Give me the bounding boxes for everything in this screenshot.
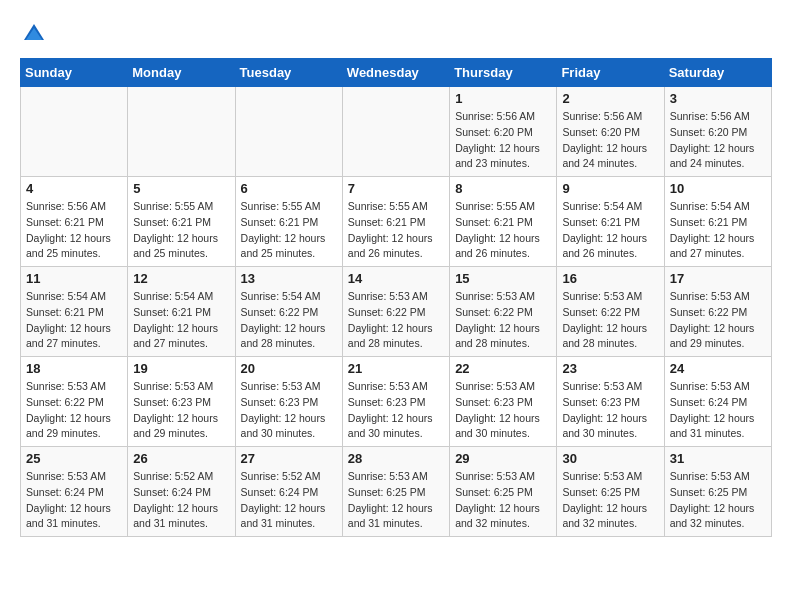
day-info: Sunrise: 5:53 AM Sunset: 6:23 PM Dayligh… <box>562 379 658 442</box>
day-info: Sunrise: 5:53 AM Sunset: 6:23 PM Dayligh… <box>241 379 337 442</box>
day-info: Sunrise: 5:55 AM Sunset: 6:21 PM Dayligh… <box>455 199 551 262</box>
header-wednesday: Wednesday <box>342 59 449 87</box>
day-number: 26 <box>133 451 229 466</box>
day-number: 30 <box>562 451 658 466</box>
calendar-cell <box>128 87 235 177</box>
day-number: 19 <box>133 361 229 376</box>
day-number: 27 <box>241 451 337 466</box>
calendar-cell: 20Sunrise: 5:53 AM Sunset: 6:23 PM Dayli… <box>235 357 342 447</box>
day-info: Sunrise: 5:53 AM Sunset: 6:25 PM Dayligh… <box>562 469 658 532</box>
calendar-cell: 13Sunrise: 5:54 AM Sunset: 6:22 PM Dayli… <box>235 267 342 357</box>
header-friday: Friday <box>557 59 664 87</box>
day-info: Sunrise: 5:54 AM Sunset: 6:22 PM Dayligh… <box>241 289 337 352</box>
day-info: Sunrise: 5:53 AM Sunset: 6:25 PM Dayligh… <box>348 469 444 532</box>
day-info: Sunrise: 5:56 AM Sunset: 6:21 PM Dayligh… <box>26 199 122 262</box>
day-number: 23 <box>562 361 658 376</box>
calendar-cell: 6Sunrise: 5:55 AM Sunset: 6:21 PM Daylig… <box>235 177 342 267</box>
day-info: Sunrise: 5:53 AM Sunset: 6:23 PM Dayligh… <box>348 379 444 442</box>
calendar-cell: 2Sunrise: 5:56 AM Sunset: 6:20 PM Daylig… <box>557 87 664 177</box>
calendar-cell: 7Sunrise: 5:55 AM Sunset: 6:21 PM Daylig… <box>342 177 449 267</box>
day-info: Sunrise: 5:55 AM Sunset: 6:21 PM Dayligh… <box>348 199 444 262</box>
week-row-5: 25Sunrise: 5:53 AM Sunset: 6:24 PM Dayli… <box>21 447 772 537</box>
day-info: Sunrise: 5:52 AM Sunset: 6:24 PM Dayligh… <box>241 469 337 532</box>
calendar-cell: 17Sunrise: 5:53 AM Sunset: 6:22 PM Dayli… <box>664 267 771 357</box>
day-info: Sunrise: 5:53 AM Sunset: 6:22 PM Dayligh… <box>670 289 766 352</box>
day-number: 14 <box>348 271 444 286</box>
calendar-cell: 21Sunrise: 5:53 AM Sunset: 6:23 PM Dayli… <box>342 357 449 447</box>
page-header <box>20 20 772 48</box>
calendar-cell: 10Sunrise: 5:54 AM Sunset: 6:21 PM Dayli… <box>664 177 771 267</box>
calendar-cell: 18Sunrise: 5:53 AM Sunset: 6:22 PM Dayli… <box>21 357 128 447</box>
week-row-1: 1Sunrise: 5:56 AM Sunset: 6:20 PM Daylig… <box>21 87 772 177</box>
day-number: 4 <box>26 181 122 196</box>
day-info: Sunrise: 5:55 AM Sunset: 6:21 PM Dayligh… <box>133 199 229 262</box>
calendar-cell: 22Sunrise: 5:53 AM Sunset: 6:23 PM Dayli… <box>450 357 557 447</box>
day-number: 3 <box>670 91 766 106</box>
day-number: 18 <box>26 361 122 376</box>
calendar-cell: 9Sunrise: 5:54 AM Sunset: 6:21 PM Daylig… <box>557 177 664 267</box>
calendar-cell: 8Sunrise: 5:55 AM Sunset: 6:21 PM Daylig… <box>450 177 557 267</box>
header-monday: Monday <box>128 59 235 87</box>
day-info: Sunrise: 5:54 AM Sunset: 6:21 PM Dayligh… <box>670 199 766 262</box>
header-sunday: Sunday <box>21 59 128 87</box>
calendar-cell <box>235 87 342 177</box>
day-info: Sunrise: 5:53 AM Sunset: 6:22 PM Dayligh… <box>26 379 122 442</box>
day-info: Sunrise: 5:53 AM Sunset: 6:22 PM Dayligh… <box>455 289 551 352</box>
day-number: 17 <box>670 271 766 286</box>
week-row-4: 18Sunrise: 5:53 AM Sunset: 6:22 PM Dayli… <box>21 357 772 447</box>
day-info: Sunrise: 5:56 AM Sunset: 6:20 PM Dayligh… <box>562 109 658 172</box>
day-info: Sunrise: 5:53 AM Sunset: 6:23 PM Dayligh… <box>133 379 229 442</box>
calendar-cell: 4Sunrise: 5:56 AM Sunset: 6:21 PM Daylig… <box>21 177 128 267</box>
day-info: Sunrise: 5:54 AM Sunset: 6:21 PM Dayligh… <box>26 289 122 352</box>
day-info: Sunrise: 5:54 AM Sunset: 6:21 PM Dayligh… <box>562 199 658 262</box>
calendar-cell: 5Sunrise: 5:55 AM Sunset: 6:21 PM Daylig… <box>128 177 235 267</box>
week-row-2: 4Sunrise: 5:56 AM Sunset: 6:21 PM Daylig… <box>21 177 772 267</box>
calendar-cell: 27Sunrise: 5:52 AM Sunset: 6:24 PM Dayli… <box>235 447 342 537</box>
calendar-cell: 31Sunrise: 5:53 AM Sunset: 6:25 PM Dayli… <box>664 447 771 537</box>
header-row: SundayMondayTuesdayWednesdayThursdayFrid… <box>21 59 772 87</box>
calendar-cell <box>21 87 128 177</box>
calendar-cell: 3Sunrise: 5:56 AM Sunset: 6:20 PM Daylig… <box>664 87 771 177</box>
day-number: 12 <box>133 271 229 286</box>
calendar-cell: 12Sunrise: 5:54 AM Sunset: 6:21 PM Dayli… <box>128 267 235 357</box>
day-number: 1 <box>455 91 551 106</box>
day-number: 24 <box>670 361 766 376</box>
day-number: 9 <box>562 181 658 196</box>
day-number: 28 <box>348 451 444 466</box>
header-tuesday: Tuesday <box>235 59 342 87</box>
day-number: 7 <box>348 181 444 196</box>
day-info: Sunrise: 5:52 AM Sunset: 6:24 PM Dayligh… <box>133 469 229 532</box>
calendar-cell <box>342 87 449 177</box>
calendar-cell: 30Sunrise: 5:53 AM Sunset: 6:25 PM Dayli… <box>557 447 664 537</box>
calendar-cell: 15Sunrise: 5:53 AM Sunset: 6:22 PM Dayli… <box>450 267 557 357</box>
calendar-cell: 23Sunrise: 5:53 AM Sunset: 6:23 PM Dayli… <box>557 357 664 447</box>
calendar-cell: 26Sunrise: 5:52 AM Sunset: 6:24 PM Dayli… <box>128 447 235 537</box>
day-number: 13 <box>241 271 337 286</box>
calendar-cell: 14Sunrise: 5:53 AM Sunset: 6:22 PM Dayli… <box>342 267 449 357</box>
day-number: 6 <box>241 181 337 196</box>
calendar-cell: 16Sunrise: 5:53 AM Sunset: 6:22 PM Dayli… <box>557 267 664 357</box>
day-info: Sunrise: 5:53 AM Sunset: 6:25 PM Dayligh… <box>670 469 766 532</box>
day-number: 15 <box>455 271 551 286</box>
calendar-table: SundayMondayTuesdayWednesdayThursdayFrid… <box>20 58 772 537</box>
day-info: Sunrise: 5:55 AM Sunset: 6:21 PM Dayligh… <box>241 199 337 262</box>
day-number: 8 <box>455 181 551 196</box>
day-number: 22 <box>455 361 551 376</box>
day-info: Sunrise: 5:54 AM Sunset: 6:21 PM Dayligh… <box>133 289 229 352</box>
day-number: 21 <box>348 361 444 376</box>
calendar-cell: 24Sunrise: 5:53 AM Sunset: 6:24 PM Dayli… <box>664 357 771 447</box>
day-number: 10 <box>670 181 766 196</box>
calendar-cell: 25Sunrise: 5:53 AM Sunset: 6:24 PM Dayli… <box>21 447 128 537</box>
day-info: Sunrise: 5:53 AM Sunset: 6:22 PM Dayligh… <box>348 289 444 352</box>
day-info: Sunrise: 5:56 AM Sunset: 6:20 PM Dayligh… <box>455 109 551 172</box>
day-info: Sunrise: 5:53 AM Sunset: 6:24 PM Dayligh… <box>26 469 122 532</box>
day-number: 2 <box>562 91 658 106</box>
header-saturday: Saturday <box>664 59 771 87</box>
week-row-3: 11Sunrise: 5:54 AM Sunset: 6:21 PM Dayli… <box>21 267 772 357</box>
day-info: Sunrise: 5:53 AM Sunset: 6:25 PM Dayligh… <box>455 469 551 532</box>
calendar-cell: 11Sunrise: 5:54 AM Sunset: 6:21 PM Dayli… <box>21 267 128 357</box>
day-number: 31 <box>670 451 766 466</box>
day-info: Sunrise: 5:53 AM Sunset: 6:22 PM Dayligh… <box>562 289 658 352</box>
day-number: 29 <box>455 451 551 466</box>
logo-icon <box>20 20 48 48</box>
